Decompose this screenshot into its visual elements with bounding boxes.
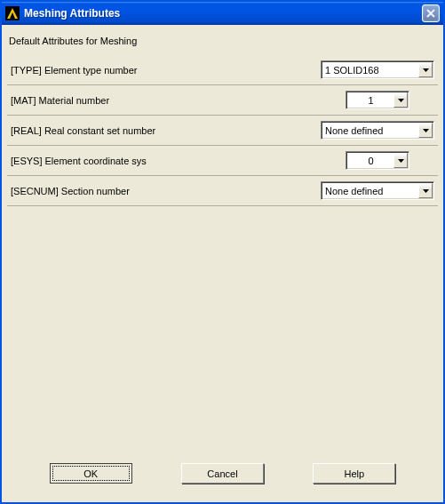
secnum-label: [SECNUM] Section number (11, 186, 321, 196)
ok-button[interactable]: OK (50, 463, 132, 484)
secnum-dropdown-button[interactable] (418, 183, 433, 198)
window-title: Meshing Attributes (24, 7, 422, 20)
chevron-down-icon (398, 99, 404, 102)
chevron-down-icon (423, 129, 429, 132)
secnum-value: None defined (325, 186, 418, 196)
mat-dropdown[interactable]: 1 (346, 91, 409, 109)
type-value: 1 SOLID168 (325, 65, 418, 76)
type-dropdown-button[interactable] (418, 62, 433, 77)
type-dropdown[interactable]: 1 SOLID168 (321, 60, 434, 79)
esys-label: [ESYS] Element coordinate sys (11, 156, 321, 166)
real-dropdown[interactable]: None defined (321, 121, 434, 140)
cancel-button[interactable]: Cancel (181, 463, 264, 484)
close-button[interactable] (422, 4, 440, 22)
esys-value: 0 (350, 156, 393, 166)
secnum-dropdown[interactable]: None defined (321, 181, 434, 200)
close-icon (426, 9, 435, 18)
chevron-down-icon (398, 159, 404, 163)
app-icon (5, 6, 20, 20)
field-row-type: [TYPE] Element type number 1 SOLID168 (7, 55, 438, 85)
field-row-secnum: [SECNUM] Section number None defined (7, 176, 438, 206)
dialog-subtitle: Default Attributes for Meshing (7, 34, 438, 55)
dialog-content: Default Attributes for Meshing [TYPE] El… (2, 25, 443, 502)
esys-dropdown[interactable]: 0 (346, 151, 409, 170)
esys-dropdown-button[interactable] (393, 153, 408, 168)
real-label: [REAL] Real constant set number (11, 125, 321, 136)
field-row-esys: [ESYS] Element coordinate sys 0 (7, 146, 438, 176)
chevron-down-icon (423, 68, 429, 72)
type-label: [TYPE] Element type number (11, 65, 321, 76)
mat-value: 1 (350, 95, 393, 106)
chevron-down-icon (423, 189, 429, 193)
field-row-mat: [MAT] Material number 1 (7, 85, 438, 116)
real-dropdown-button[interactable] (418, 123, 433, 138)
mat-dropdown-button[interactable] (393, 92, 408, 108)
field-row-real: [REAL] Real constant set number None def… (7, 116, 438, 146)
help-button[interactable]: Help (313, 463, 395, 484)
button-bar: OK Cancel Help (2, 463, 443, 490)
real-value: None defined (325, 125, 418, 136)
title-bar: Meshing Attributes (2, 2, 443, 25)
mat-label: [MAT] Material number (11, 95, 321, 106)
